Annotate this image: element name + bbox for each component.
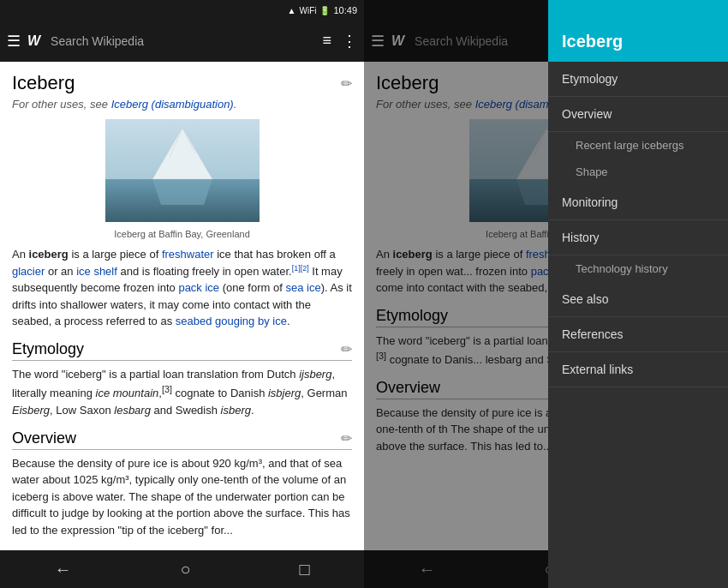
svg-marker-3 — [152, 179, 212, 205]
signal-icon: ▲ — [288, 6, 296, 15]
drawer-header: Iceberg — [548, 0, 728, 62]
nav-item-references[interactable]: References — [548, 317, 728, 352]
low-saxon-link[interactable]: Low Saxon — [56, 404, 110, 417]
toolbar-icons-left: ≡ ⋮ — [322, 32, 357, 51]
etymology-edit-icon[interactable]: ✏ — [341, 341, 352, 357]
edit-icon-left[interactable]: ✏ — [341, 75, 352, 92]
sea-ice-link[interactable]: sea ice — [285, 281, 320, 294]
filter-icon[interactable]: ≡ — [322, 32, 331, 51]
search-input-left[interactable]: Search Wikipedia — [47, 34, 315, 48]
article-content-left: Iceberg ✏ For other uses, see Iceberg (d… — [0, 62, 364, 550]
etymology-header-left: Etymology ✏ — [12, 340, 352, 361]
image-caption-left: Iceberg at Baffin Bay, Greenland — [12, 229, 352, 239]
disambiguation-left: For other uses, see Iceberg (disambiguat… — [12, 98, 352, 111]
back-button-left[interactable]: ← — [54, 560, 71, 579]
recents-button-left[interactable]: □ — [299, 560, 309, 579]
dim-overlay[interactable] — [364, 0, 548, 588]
toolbar-left: ☰ W Search Wikipedia ≡ ⋮ — [0, 21, 364, 62]
density-link[interactable]: density — [77, 457, 112, 470]
nav-item-recent-icebergs[interactable]: Recent large icebergs — [548, 132, 728, 159]
home-button-left[interactable]: ○ — [180, 560, 190, 579]
status-icons-left: ▲ WiFi 🔋 10:49 — [288, 5, 357, 15]
time-left: 10:49 — [333, 5, 357, 15]
battery-icon: 🔋 — [319, 6, 330, 15]
swedish-link[interactable]: Swedish — [176, 404, 218, 417]
drawer-title: Iceberg — [562, 32, 623, 51]
nav-item-technology-history[interactable]: Technology history — [548, 255, 728, 282]
sea-water-link[interactable]: sea water — [12, 457, 342, 487]
disambiguation-link-left[interactable]: Iceberg (disambiguation) — [111, 98, 234, 111]
nav-item-shape[interactable]: Shape — [548, 159, 728, 185]
article-image-container-left: Iceberg at Baffin Bay, Greenland — [12, 119, 352, 239]
nav-item-monitoring[interactable]: Monitoring — [548, 185, 728, 220]
etymology-body-left: The word "iceberg" is a partial loan tra… — [12, 366, 352, 419]
nav-item-see-also[interactable]: See also — [548, 282, 728, 317]
pack-ice-link[interactable]: pack ice — [178, 281, 219, 294]
right-panel: ▲ WiFi 🔋 10:49 ☰ W Search Wikipedia Iceb… — [364, 0, 728, 588]
german-link[interactable]: German — [307, 387, 348, 400]
nav-drawer: Iceberg Etymology Overview Recent large … — [548, 0, 728, 588]
article-title-left: Iceberg ✏ — [12, 72, 352, 94]
nav-item-overview[interactable]: Overview — [548, 97, 728, 132]
danish-link[interactable]: Danish — [230, 387, 265, 400]
nav-bottom-left: ← ○ □ — [0, 550, 364, 588]
nav-item-history[interactable]: History — [548, 220, 728, 255]
status-bar-left: ▲ WiFi 🔋 10:49 — [0, 0, 364, 21]
overview-edit-icon[interactable]: ✏ — [341, 430, 352, 447]
left-panel: ▲ WiFi 🔋 10:49 ☰ W Search Wikipedia ≡ ⋮ … — [0, 0, 364, 588]
wifi-icon: WiFi — [299, 6, 316, 15]
overview-header-left: Overview ✏ — [12, 429, 352, 450]
ice-shelf-link[interactable]: ice shelf — [76, 265, 117, 278]
overview-body-left: Because the density of pure ice is about… — [12, 455, 352, 539]
nav-item-external-links[interactable]: External links — [548, 352, 728, 387]
iceberg-svg-left — [105, 119, 260, 222]
wiki-logo-left: W — [27, 33, 40, 49]
freshwater-link[interactable]: freshwater — [162, 248, 214, 261]
article-image-left — [105, 119, 260, 222]
glacier-link[interactable]: glacier — [12, 265, 45, 278]
hamburger-icon[interactable]: ☰ — [7, 32, 21, 51]
article-body-left: An iceberg is a large piece of freshwate… — [12, 246, 352, 330]
nav-item-etymology[interactable]: Etymology — [548, 62, 728, 97]
more-icon[interactable]: ⋮ — [342, 32, 357, 51]
seabed-gouging-link[interactable]: seabed gouging by ice — [176, 315, 287, 327]
loan-translation-link[interactable]: loan translation — [163, 368, 238, 381]
